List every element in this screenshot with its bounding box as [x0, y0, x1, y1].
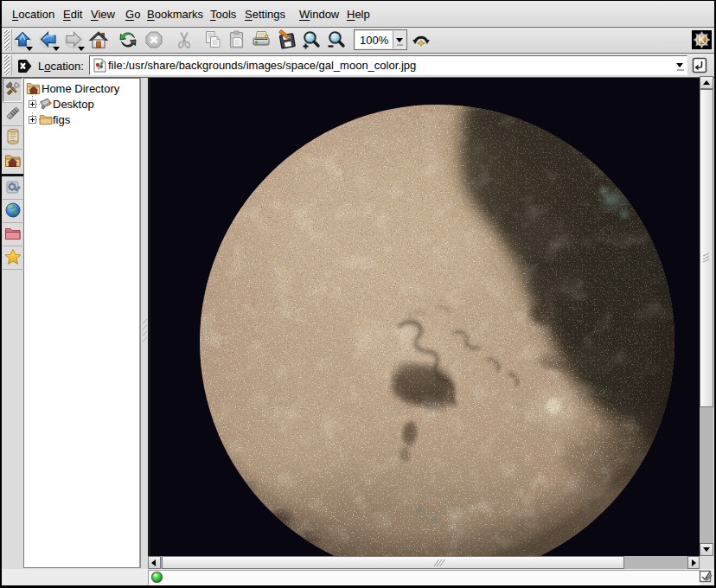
svg-text:K: K: [699, 35, 706, 45]
